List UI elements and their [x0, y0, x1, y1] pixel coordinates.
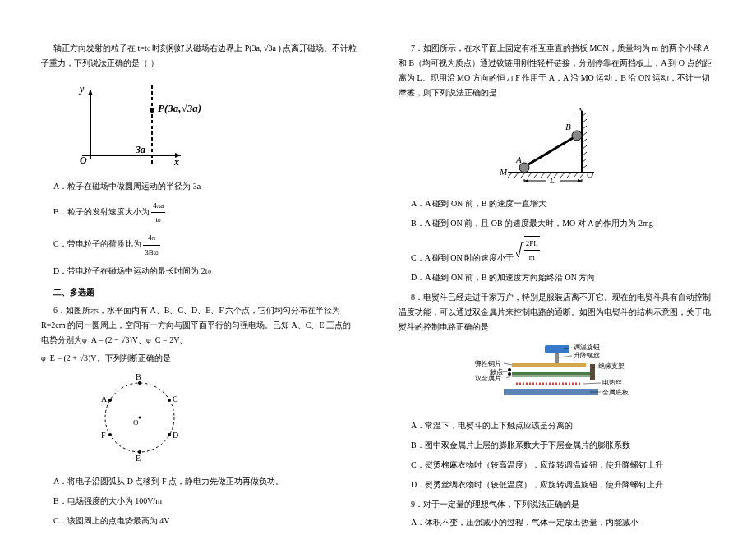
q6-intro: 6．如图所示，水平面内有 A、B、C、D、E、F 六个点，它们均匀分布在半径为 …: [41, 303, 357, 348]
svg-text:B: B: [565, 122, 571, 131]
q9-intro: 9．对于一定量的理想气体，下列说法正确的是: [399, 497, 715, 512]
svg-text:L: L: [549, 175, 555, 185]
svg-text:双金属片: 双金属片: [475, 375, 501, 382]
q8-option-d: D．熨烫丝绸衣物时（较低温度），应旋转调温旋钮，使升降螺钉上升: [411, 477, 715, 492]
q6-intro-2: φ_E = (2 + √3)V。下列判断正确的是: [41, 351, 357, 366]
svg-rect-70: [512, 375, 590, 377]
svg-line-82: [504, 363, 512, 365]
q7-intro: 7．如图所示，在水平面上固定有相互垂直的挡板 MON，质量均为 m 的两个小球 …: [399, 41, 715, 100]
svg-text:绝缘支架: 绝缘支架: [598, 362, 625, 370]
svg-text:O: O: [80, 155, 87, 166]
svg-text:3a: 3a: [135, 144, 145, 155]
svg-marker-3: [88, 90, 93, 95]
q6-option-c: C．该圆周上的点电势最高为 4V: [53, 514, 357, 528]
svg-text:C: C: [173, 394, 178, 404]
q6-option-a: A．将电子沿圆弧从 D 点移到 F 点，静电力先做正功再做负功。: [53, 474, 357, 489]
svg-text:调温旋钮: 调温旋钮: [574, 344, 600, 351]
svg-text:A: A: [101, 394, 108, 404]
svg-rect-64: [545, 345, 569, 353]
svg-text:O: O: [133, 418, 139, 427]
svg-text:金属底板: 金属底板: [602, 389, 629, 396]
svg-point-5: [150, 108, 154, 113]
svg-text:升降螺丝: 升降螺丝: [574, 352, 600, 359]
svg-text:M: M: [499, 167, 508, 177]
svg-line-86: [559, 356, 572, 357]
q5-figure: P(3a,√3a) y O 3a x: [41, 77, 357, 173]
svg-text:N: N: [577, 107, 584, 115]
q8-option-a: A．常温下，电熨斗的上下触点应该是分离的: [411, 418, 715, 433]
svg-marker-62: [578, 179, 582, 182]
svg-line-88: [583, 383, 601, 384]
q7-option-d: D．A 碰到 ON 前，B 的加速度方向始终沿 ON 方向: [411, 270, 715, 285]
svg-rect-69: [512, 372, 590, 375]
svg-text:O: O: [587, 169, 593, 179]
q8-option-c: C．熨烫棉麻衣物时（较高温度），应旋转调温旋钮，使升降螺钉上升: [411, 458, 715, 473]
q7-option-b: B．A 碰到 ON 前，且 OB 的速度最大时，MO 对 A 的作用力为 2mg: [411, 216, 715, 231]
svg-point-68: [508, 372, 511, 376]
q6-figure: O B C D E F A: [41, 372, 357, 468]
q7-figure: M N A B O L: [399, 107, 715, 190]
svg-text:x: x: [173, 156, 179, 168]
svg-line-84: [506, 376, 512, 378]
q7-option-a: A．A 碰到 ON 前，B 的速度一直增大: [411, 196, 715, 211]
q5-intro: 轴正方向发射的粒子在 t=t₀ 时刻刚好从磁场右边界上 P(3a, √3a ) …: [41, 41, 357, 71]
svg-rect-72: [504, 389, 598, 395]
svg-text:P(3a,√3a): P(3a,√3a): [158, 102, 201, 114]
svg-rect-66: [512, 363, 586, 367]
svg-text:电热丝: 电热丝: [602, 379, 622, 386]
svg-rect-65: [555, 353, 559, 363]
svg-point-12: [139, 416, 141, 418]
q5-option-c: C．带电粒子的荷质比为 4π3Bt₀: [53, 231, 357, 258]
svg-point-14: [138, 381, 141, 385]
svg-point-16: [168, 399, 171, 402]
svg-point-50: [572, 131, 582, 141]
q8-intro: 8．电熨斗已经走进千家万户，特别是服装店离不开它。现在的电熨斗具有自动控制温度功…: [399, 290, 715, 334]
q8-figure: 弹性铜片 触点 双金属片 调温旋钮 升降螺丝 绝缘支架 电热丝 金属底板: [399, 341, 715, 412]
svg-rect-73: [590, 364, 595, 380]
svg-text:y: y: [78, 83, 85, 95]
svg-line-51: [528, 138, 573, 164]
q7-option-c: C．A 碰到 ON 时的速度小于 2FLm: [411, 236, 715, 265]
q9-option-a: A．体积不变，压强减小的过程，气体一定放出热量，内能减小: [411, 515, 715, 530]
q8-option-b: B．图中双金属片上层的膨胀系数大于下层金属片的膨胀系数: [411, 438, 715, 453]
svg-text:D: D: [173, 431, 178, 440]
svg-point-22: [108, 433, 112, 436]
svg-marker-61: [524, 179, 528, 182]
svg-text:F: F: [101, 431, 106, 440]
section-2-title: 二、多选题: [41, 285, 357, 300]
svg-text:A: A: [515, 155, 522, 164]
svg-point-24: [108, 399, 112, 402]
svg-point-67: [508, 368, 511, 371]
q5-option-a: A．粒子在磁场中做圆周运动的半径为 3a: [53, 179, 357, 194]
q6-option-b: B．电场强度的大小为 100V/m: [53, 494, 357, 509]
svg-text:弹性铜片: 弹性铜片: [475, 360, 501, 367]
svg-point-18: [168, 433, 171, 436]
q5-option-d: D．带电粒子在磁场中运动的最长时间为 2t₀: [53, 264, 357, 279]
svg-text:E: E: [136, 454, 141, 463]
svg-text:B: B: [136, 372, 141, 381]
q5-option-b: B．粒子的发射速度大小为 4πat₀: [53, 199, 357, 226]
